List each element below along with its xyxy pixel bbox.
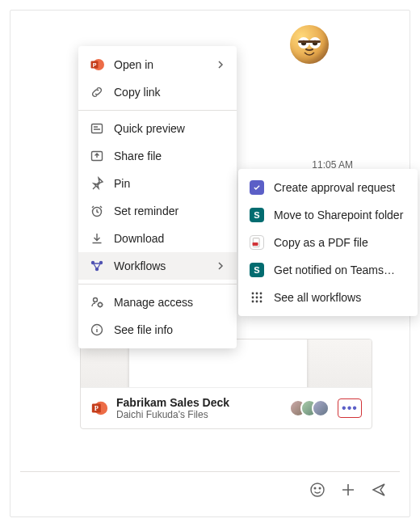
powerpoint-icon: P bbox=[90, 57, 104, 72]
chevron-right-icon bbox=[216, 60, 225, 70]
powerpoint-icon: P bbox=[90, 399, 108, 417]
sharepoint-icon: S bbox=[250, 208, 264, 222]
svg-text:P: P bbox=[94, 405, 99, 412]
file-context-menu: P Open in Copy link Quick preview Share … bbox=[78, 46, 237, 348]
menu-download[interactable]: Download bbox=[78, 225, 237, 252]
svg-point-21 bbox=[99, 303, 103, 307]
svg-point-28 bbox=[252, 297, 254, 299]
file-attachment-card[interactable]: Fabrikam's worldwide sales topped $2000K… bbox=[80, 339, 372, 429]
svg-rect-14 bbox=[92, 124, 103, 133]
emoji-icon[interactable] bbox=[309, 482, 326, 498]
submenu-create-approval[interactable]: Create approval request bbox=[238, 174, 418, 201]
people-settings-icon bbox=[90, 295, 104, 310]
sender-avatar[interactable] bbox=[290, 25, 329, 64]
svg-text:P: P bbox=[93, 62, 97, 68]
menu-pin[interactable]: Pin bbox=[78, 170, 237, 197]
svg-point-20 bbox=[94, 298, 98, 302]
svg-point-9 bbox=[314, 487, 316, 489]
svg-point-10 bbox=[319, 487, 321, 489]
link-icon bbox=[90, 85, 104, 99]
chevron-right-icon bbox=[216, 261, 225, 271]
svg-point-31 bbox=[252, 301, 254, 303]
submenu-see-all-workflows[interactable]: See all workflows bbox=[238, 284, 418, 311]
submenu-copy-pdf[interactable]: Copy as a PDF file bbox=[238, 229, 418, 256]
workflows-submenu: Create approval request S Move to Sharep… bbox=[238, 169, 418, 316]
menu-workflows[interactable]: Workflows bbox=[78, 252, 237, 280]
svg-point-27 bbox=[260, 293, 262, 295]
menu-copy-link[interactable]: Copy link bbox=[78, 78, 237, 106]
svg-point-33 bbox=[260, 301, 262, 303]
submenu-move-sharepoint[interactable]: S Move to Sharepoint folder bbox=[238, 201, 418, 229]
svg-point-26 bbox=[256, 293, 258, 295]
menu-quick-preview[interactable]: Quick preview bbox=[78, 115, 237, 142]
file-location: Daichi Fukuda's Files bbox=[116, 409, 288, 420]
message-input[interactable] bbox=[28, 483, 295, 497]
menu-manage-access[interactable]: Manage access bbox=[78, 289, 237, 316]
svg-point-30 bbox=[260, 297, 262, 299]
compose-bar bbox=[20, 471, 400, 507]
pdf-icon bbox=[250, 235, 264, 250]
svg-rect-4 bbox=[298, 40, 321, 43]
collaborator-avatars[interactable] bbox=[296, 399, 330, 417]
menu-set-reminder[interactable]: Set reminder bbox=[78, 197, 237, 225]
preview-icon bbox=[90, 121, 104, 136]
svg-point-8 bbox=[311, 483, 324, 496]
approvals-icon bbox=[250, 180, 264, 195]
svg-point-25 bbox=[252, 293, 254, 295]
menu-open-in[interactable]: P Open in bbox=[78, 51, 237, 78]
menu-see-file-info[interactable]: See file info bbox=[78, 316, 237, 344]
plus-icon[interactable] bbox=[340, 482, 356, 498]
submenu-get-notified[interactable]: S Get notified on Teams… bbox=[238, 256, 418, 284]
send-icon[interactable] bbox=[371, 482, 387, 498]
share-icon bbox=[90, 149, 104, 163]
svg-point-29 bbox=[256, 297, 258, 299]
svg-rect-24 bbox=[253, 242, 258, 246]
clock-icon bbox=[90, 204, 104, 218]
svg-point-32 bbox=[256, 301, 258, 303]
file-title: Fabrikam Sales Deck bbox=[116, 396, 288, 409]
apps-grid-icon bbox=[250, 290, 264, 305]
pin-icon bbox=[90, 176, 104, 191]
menu-share-file[interactable]: Share file bbox=[78, 142, 237, 170]
sharepoint-icon: S bbox=[250, 263, 264, 277]
download-icon bbox=[90, 231, 104, 246]
info-icon bbox=[90, 323, 104, 337]
workflows-icon bbox=[90, 259, 104, 273]
file-more-actions-button[interactable]: ••• bbox=[338, 398, 362, 418]
